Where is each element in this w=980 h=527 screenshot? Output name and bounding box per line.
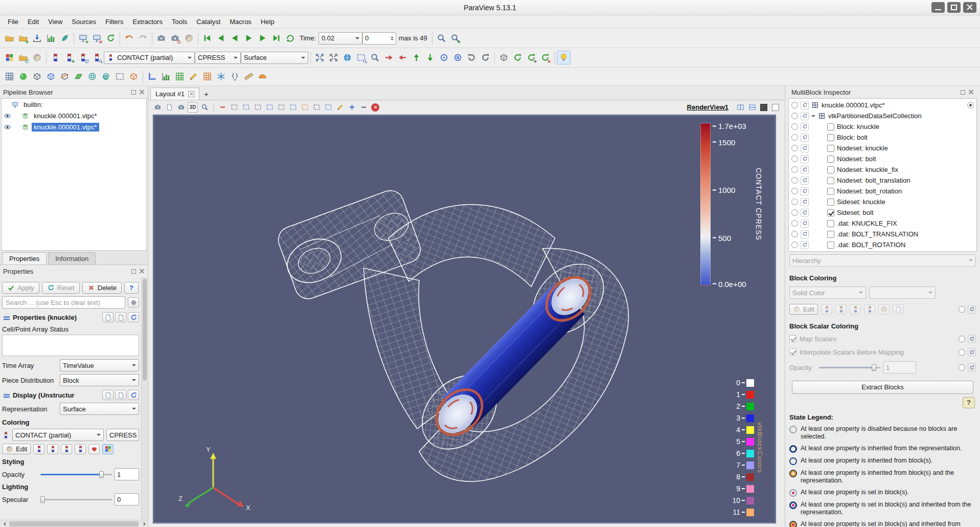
save-screenshot-icon[interactable] <box>44 31 58 45</box>
visibility-eye-icon[interactable] <box>4 123 11 131</box>
rescale-data-range-icon[interactable] <box>49 51 62 64</box>
copy-view-icon[interactable] <box>164 102 174 113</box>
restore-view-icon[interactable] <box>770 102 781 113</box>
rescale-custom-range-icon[interactable] <box>62 51 76 64</box>
tree-row-root[interactable]: knuckle.000001.vtpc* <box>789 100 976 111</box>
save-data-icon[interactable] <box>30 31 44 45</box>
reset-state-icon[interactable] <box>801 198 809 206</box>
scroll-left-icon[interactable] <box>0 520 7 527</box>
integrate-variables-icon[interactable] <box>173 70 187 83</box>
minus-z-view-icon[interactable] <box>451 51 465 64</box>
reset-state-icon[interactable] <box>801 134 809 142</box>
clip-icon[interactable] <box>58 70 72 83</box>
split-vertical-icon[interactable] <box>747 102 757 113</box>
show-center-axes-icon[interactable] <box>538 51 552 64</box>
block-rescale-icon[interactable] <box>821 304 832 315</box>
extract-subset-icon[interactable] <box>113 70 127 83</box>
rescale-range-icon[interactable] <box>33 444 44 454</box>
plus-y-view-icon[interactable] <box>409 51 423 64</box>
reset-camera-globe-icon[interactable] <box>340 51 354 64</box>
map-scalars-checkbox[interactable] <box>789 335 796 342</box>
hover-cells-icon[interactable] <box>335 102 345 113</box>
capture-screenshot-icon[interactable] <box>154 31 168 45</box>
block-checkbox[interactable] <box>827 134 834 141</box>
tree-row[interactable]: Block: knuckle <box>789 121 976 132</box>
menu-sources[interactable]: Sources <box>67 16 101 27</box>
block-rescale-temporal-icon[interactable] <box>850 304 861 315</box>
pick-center-icon[interactable] <box>525 51 538 64</box>
representation-combo-panel[interactable]: Surface <box>60 403 139 415</box>
state-circle-icon[interactable] <box>959 349 965 356</box>
rescale-temporal-range-icon[interactable] <box>76 51 90 64</box>
shrink-selection-icon[interactable] <box>358 102 369 113</box>
color-array-combo[interactable]: CONTACT (partial) <box>104 52 195 64</box>
plus-z-view-icon[interactable] <box>437 51 451 64</box>
reset-state-icon[interactable] <box>801 230 809 238</box>
block-checkbox[interactable] <box>827 199 834 206</box>
state-circle-icon[interactable] <box>791 241 798 248</box>
redo-icon[interactable] <box>136 31 150 45</box>
isometric-view-icon[interactable] <box>497 51 511 64</box>
paste-properties-icon[interactable] <box>115 312 126 322</box>
interactive-select-points-icon[interactable] <box>323 102 333 113</box>
state-circle-icon[interactable] <box>791 102 798 108</box>
menu-tools[interactable]: Tools <box>167 16 192 27</box>
add-layout-tab-button[interactable]: + <box>199 88 213 100</box>
color-component-combo[interactable]: CPRESS <box>195 52 241 64</box>
interpolate-scalars-checkbox[interactable] <box>789 348 796 356</box>
reset-state-icon[interactable] <box>801 177 809 185</box>
reset-state-icon[interactable] <box>968 348 976 356</box>
slice-icon[interactable] <box>72 70 85 83</box>
help-button[interactable]: ? <box>124 282 139 294</box>
color-palette-icon[interactable] <box>182 31 196 45</box>
menu-catalyst[interactable]: Catalyst <box>192 16 225 27</box>
multiblock-help-button[interactable]: ? <box>963 397 975 408</box>
toggle-light-kit-icon[interactable] <box>557 51 571 64</box>
toggle-3d-interaction-icon[interactable]: 3D <box>188 102 198 113</box>
table-to-points-icon[interactable] <box>200 70 214 83</box>
representation-combo[interactable]: Surface <box>241 52 308 64</box>
programmable-filter-icon[interactable] <box>228 70 242 83</box>
block-save-preset-icon[interactable] <box>893 304 904 315</box>
reset-center-icon[interactable] <box>511 51 525 64</box>
block-checkbox[interactable] <box>827 177 834 184</box>
save-state-icon[interactable] <box>58 31 72 45</box>
previous-frame-icon[interactable] <box>214 31 228 45</box>
state-circle-icon[interactable] <box>791 209 798 216</box>
select-block-icon[interactable] <box>300 102 310 113</box>
block-checkbox[interactable] <box>827 209 834 216</box>
block-checkbox[interactable] <box>827 166 834 173</box>
search-input[interactable] <box>2 296 125 309</box>
menu-file[interactable]: File <box>3 16 23 27</box>
block-checkbox[interactable] <box>827 220 834 227</box>
tree-row-collection[interactable]: vtkPartitionedDataSetCollection <box>789 111 976 121</box>
menu-filters[interactable]: Filters <box>101 16 128 27</box>
reset-state-icon[interactable] <box>801 187 809 195</box>
reset-state-icon[interactable] <box>801 123 809 131</box>
tree-row[interactable]: Block: bolt <box>789 132 976 143</box>
reset-button[interactable]: Reset <box>42 282 80 294</box>
reset-state-icon[interactable] <box>801 101 809 109</box>
choose-preset-icon[interactable] <box>16 51 30 64</box>
solid-color-combo[interactable]: Solid Color <box>789 287 866 299</box>
tree-row[interactable]: Nodeset: bolt_translation <box>789 175 976 186</box>
search-options-gear-icon[interactable] <box>128 297 139 308</box>
block-rescale-custom-icon[interactable] <box>835 304 847 315</box>
clear-selection-icon[interactable] <box>371 103 379 112</box>
stream-tracer-icon[interactable] <box>99 70 113 83</box>
layout-tab-close-icon[interactable] <box>188 91 194 97</box>
save-view-screenshot-icon[interactable] <box>152 102 163 113</box>
rescale-custom-icon[interactable] <box>47 444 58 454</box>
minimize-button[interactable] <box>931 2 945 13</box>
select-points-through-icon[interactable] <box>264 102 275 113</box>
time-array-combo[interactable]: TimeValue <box>60 359 139 371</box>
rotate-90-ccw-icon[interactable] <box>465 51 478 64</box>
state-circle-icon[interactable] <box>791 156 798 162</box>
state-circle-icon[interactable] <box>791 199 798 205</box>
dock-float-icon[interactable] <box>961 90 965 95</box>
rotate-90-cw-icon[interactable] <box>478 51 492 64</box>
dock-close-icon[interactable] <box>968 90 974 95</box>
block-checkbox[interactable] <box>827 241 834 249</box>
tree-row[interactable]: Sideset: bolt <box>789 207 976 218</box>
state-circle-icon[interactable] <box>959 336 965 342</box>
